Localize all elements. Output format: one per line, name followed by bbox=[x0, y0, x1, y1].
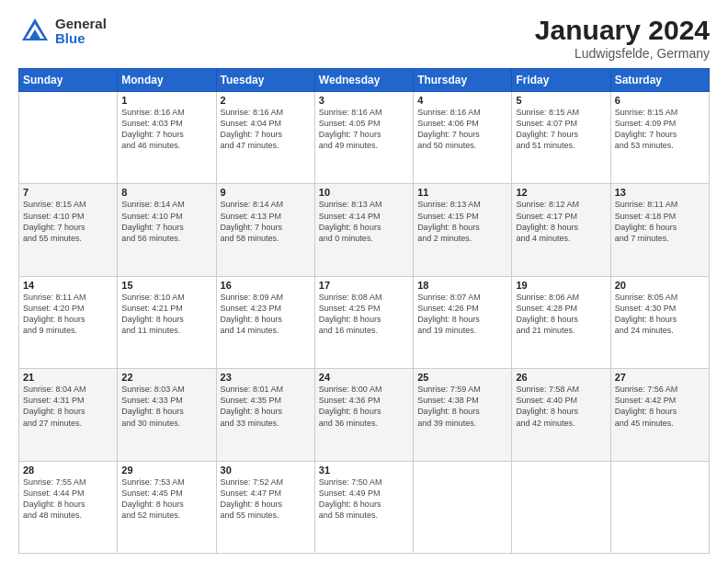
col-wednesday: Wednesday bbox=[314, 69, 413, 92]
day-info: Sunrise: 8:12 AM Sunset: 4:17 PM Dayligh… bbox=[516, 199, 606, 244]
table-row: 20Sunrise: 8:05 AM Sunset: 4:30 PM Dayli… bbox=[610, 276, 709, 368]
title-month: January 2024 bbox=[535, 15, 710, 46]
calendar-week-row: 21Sunrise: 8:04 AM Sunset: 4:31 PM Dayli… bbox=[19, 369, 710, 461]
table-row: 15Sunrise: 8:10 AM Sunset: 4:21 PM Dayli… bbox=[118, 276, 216, 368]
day-info: Sunrise: 8:08 AM Sunset: 4:25 PM Dayligh… bbox=[319, 292, 409, 337]
logo-icon bbox=[18, 15, 51, 48]
table-row: 24Sunrise: 8:00 AM Sunset: 4:36 PM Dayli… bbox=[314, 369, 413, 461]
day-info: Sunrise: 8:15 AM Sunset: 4:10 PM Dayligh… bbox=[23, 199, 113, 244]
day-number: 9 bbox=[221, 187, 311, 198]
logo-blue-text: Blue bbox=[55, 31, 107, 47]
day-info: Sunrise: 8:16 AM Sunset: 4:06 PM Dayligh… bbox=[417, 107, 507, 152]
day-number: 24 bbox=[319, 372, 409, 383]
day-number: 23 bbox=[221, 372, 311, 383]
day-info: Sunrise: 7:52 AM Sunset: 4:47 PM Dayligh… bbox=[221, 477, 311, 522]
table-row: 31Sunrise: 7:50 AM Sunset: 4:49 PM Dayli… bbox=[314, 461, 413, 553]
table-row: 14Sunrise: 8:11 AM Sunset: 4:20 PM Dayli… bbox=[19, 276, 118, 368]
col-sunday: Sunday bbox=[19, 69, 118, 92]
table-row: 25Sunrise: 7:59 AM Sunset: 4:38 PM Dayli… bbox=[414, 369, 512, 461]
day-info: Sunrise: 8:15 AM Sunset: 4:07 PM Dayligh… bbox=[516, 107, 606, 152]
day-info: Sunrise: 8:03 AM Sunset: 4:33 PM Dayligh… bbox=[121, 384, 211, 429]
logo-general-text: General bbox=[55, 17, 107, 32]
table-row: 17Sunrise: 8:08 AM Sunset: 4:25 PM Dayli… bbox=[314, 276, 413, 368]
col-saturday: Saturday bbox=[610, 69, 709, 92]
day-number: 26 bbox=[516, 372, 606, 383]
day-number: 16 bbox=[221, 280, 311, 291]
day-info: Sunrise: 8:05 AM Sunset: 4:30 PM Dayligh… bbox=[615, 292, 705, 337]
day-number: 17 bbox=[319, 280, 409, 291]
day-number: 19 bbox=[516, 280, 606, 291]
table-row: 19Sunrise: 8:06 AM Sunset: 4:28 PM Dayli… bbox=[512, 276, 610, 368]
table-row: 28Sunrise: 7:55 AM Sunset: 4:44 PM Dayli… bbox=[19, 461, 118, 553]
day-info: Sunrise: 8:13 AM Sunset: 4:14 PM Dayligh… bbox=[319, 199, 409, 244]
table-row: 2Sunrise: 8:16 AM Sunset: 4:04 PM Daylig… bbox=[216, 92, 314, 184]
table-row: 22Sunrise: 8:03 AM Sunset: 4:33 PM Dayli… bbox=[118, 369, 216, 461]
table-row: 26Sunrise: 7:58 AM Sunset: 4:40 PM Dayli… bbox=[512, 369, 610, 461]
day-info: Sunrise: 7:50 AM Sunset: 4:49 PM Dayligh… bbox=[319, 477, 409, 522]
day-number: 3 bbox=[319, 95, 409, 106]
day-info: Sunrise: 8:09 AM Sunset: 4:23 PM Dayligh… bbox=[221, 292, 311, 337]
day-info: Sunrise: 8:13 AM Sunset: 4:15 PM Dayligh… bbox=[417, 199, 507, 244]
day-number: 11 bbox=[417, 187, 507, 198]
day-info: Sunrise: 7:56 AM Sunset: 4:42 PM Dayligh… bbox=[615, 384, 705, 429]
day-number: 29 bbox=[121, 465, 211, 476]
day-info: Sunrise: 7:55 AM Sunset: 4:44 PM Dayligh… bbox=[23, 477, 113, 522]
table-row: 16Sunrise: 8:09 AM Sunset: 4:23 PM Dayli… bbox=[216, 276, 314, 368]
table-row: 5Sunrise: 8:15 AM Sunset: 4:07 PM Daylig… bbox=[512, 92, 610, 184]
table-row: 27Sunrise: 7:56 AM Sunset: 4:42 PM Dayli… bbox=[610, 369, 709, 461]
calendar-header-row: Sunday Monday Tuesday Wednesday Thursday… bbox=[19, 69, 710, 92]
day-number: 28 bbox=[23, 465, 113, 476]
col-tuesday: Tuesday bbox=[216, 69, 314, 92]
day-info: Sunrise: 7:58 AM Sunset: 4:40 PM Dayligh… bbox=[516, 384, 606, 429]
day-info: Sunrise: 8:16 AM Sunset: 4:05 PM Dayligh… bbox=[319, 107, 409, 152]
day-number: 31 bbox=[319, 465, 409, 476]
day-number: 20 bbox=[615, 280, 705, 291]
logo-text: General Blue bbox=[55, 17, 107, 47]
day-number: 4 bbox=[417, 95, 507, 106]
day-info: Sunrise: 8:04 AM Sunset: 4:31 PM Dayligh… bbox=[23, 384, 113, 429]
table-row: 12Sunrise: 8:12 AM Sunset: 4:17 PM Dayli… bbox=[512, 184, 610, 276]
day-info: Sunrise: 8:06 AM Sunset: 4:28 PM Dayligh… bbox=[516, 292, 606, 337]
day-number: 1 bbox=[121, 95, 211, 106]
day-info: Sunrise: 7:53 AM Sunset: 4:45 PM Dayligh… bbox=[121, 477, 211, 522]
calendar-table: Sunday Monday Tuesday Wednesday Thursday… bbox=[18, 68, 710, 554]
table-row: 18Sunrise: 8:07 AM Sunset: 4:26 PM Dayli… bbox=[414, 276, 512, 368]
title-location: Ludwigsfelde, Germany bbox=[535, 46, 710, 61]
table-row: 11Sunrise: 8:13 AM Sunset: 4:15 PM Dayli… bbox=[414, 184, 512, 276]
col-friday: Friday bbox=[512, 69, 610, 92]
day-info: Sunrise: 8:00 AM Sunset: 4:36 PM Dayligh… bbox=[319, 384, 409, 429]
table-row bbox=[610, 461, 709, 553]
col-thursday: Thursday bbox=[414, 69, 512, 92]
calendar-week-row: 28Sunrise: 7:55 AM Sunset: 4:44 PM Dayli… bbox=[19, 461, 710, 553]
day-info: Sunrise: 8:11 AM Sunset: 4:20 PM Dayligh… bbox=[23, 292, 113, 337]
day-number: 10 bbox=[319, 187, 409, 198]
calendar-week-row: 1Sunrise: 8:16 AM Sunset: 4:03 PM Daylig… bbox=[19, 92, 710, 184]
day-number: 25 bbox=[417, 372, 507, 383]
table-row: 21Sunrise: 8:04 AM Sunset: 4:31 PM Dayli… bbox=[19, 369, 118, 461]
table-row: 13Sunrise: 8:11 AM Sunset: 4:18 PM Dayli… bbox=[610, 184, 709, 276]
day-number: 27 bbox=[615, 372, 705, 383]
day-info: Sunrise: 8:11 AM Sunset: 4:18 PM Dayligh… bbox=[615, 199, 705, 244]
day-number: 18 bbox=[417, 280, 507, 291]
day-number: 7 bbox=[23, 187, 113, 198]
page: General Blue January 2024 Ludwigsfelde, … bbox=[0, 0, 728, 563]
day-number: 5 bbox=[516, 95, 606, 106]
calendar-week-row: 14Sunrise: 8:11 AM Sunset: 4:20 PM Dayli… bbox=[19, 276, 710, 368]
day-number: 22 bbox=[121, 372, 211, 383]
table-row: 30Sunrise: 7:52 AM Sunset: 4:47 PM Dayli… bbox=[216, 461, 314, 553]
table-row: 6Sunrise: 8:15 AM Sunset: 4:09 PM Daylig… bbox=[610, 92, 709, 184]
table-row: 7Sunrise: 8:15 AM Sunset: 4:10 PM Daylig… bbox=[19, 184, 118, 276]
day-info: Sunrise: 8:16 AM Sunset: 4:03 PM Dayligh… bbox=[121, 107, 211, 152]
table-row: 8Sunrise: 8:14 AM Sunset: 4:10 PM Daylig… bbox=[118, 184, 216, 276]
day-info: Sunrise: 8:01 AM Sunset: 4:35 PM Dayligh… bbox=[221, 384, 311, 429]
day-info: Sunrise: 7:59 AM Sunset: 4:38 PM Dayligh… bbox=[417, 384, 507, 429]
title-block: January 2024 Ludwigsfelde, Germany bbox=[535, 15, 710, 61]
col-monday: Monday bbox=[118, 69, 216, 92]
table-row: 23Sunrise: 8:01 AM Sunset: 4:35 PM Dayli… bbox=[216, 369, 314, 461]
table-row: 3Sunrise: 8:16 AM Sunset: 4:05 PM Daylig… bbox=[314, 92, 413, 184]
table-row: 29Sunrise: 7:53 AM Sunset: 4:45 PM Dayli… bbox=[118, 461, 216, 553]
table-row: 1Sunrise: 8:16 AM Sunset: 4:03 PM Daylig… bbox=[118, 92, 216, 184]
day-number: 14 bbox=[23, 280, 113, 291]
day-number: 6 bbox=[615, 95, 705, 106]
table-row bbox=[512, 461, 610, 553]
